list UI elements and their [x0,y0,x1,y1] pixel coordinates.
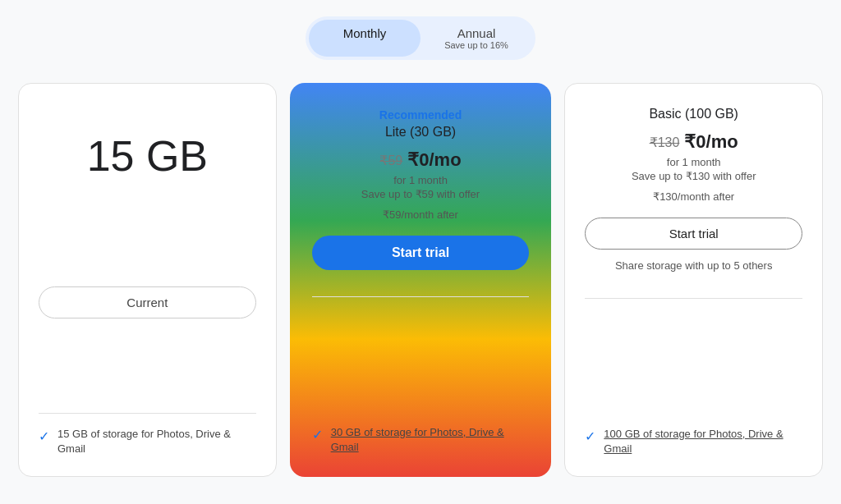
basic-start-trial-button[interactable]: Start trial [585,218,802,250]
basic-feature-link[interactable]: 100 GB of storage for Photos, Drive & Gm… [604,428,783,455]
basic-share-text: Share storage with up to 5 others [585,259,802,272]
lite-original-price: ₹59 [379,153,402,168]
lite-plan-name: Lite (30 GB) [312,125,530,140]
lite-feature-link[interactable]: 30 GB of storage for Photos, Drive & Gma… [331,426,504,453]
lite-plan-card: Recommended Lite (30 GB) ₹59 ₹0/mo for 1… [290,83,552,477]
basic-plan-name: Basic (100 GB) [585,107,802,121]
basic-price-row: ₹130 ₹0/mo [585,131,802,153]
annual-label: Annual [457,26,496,40]
lite-feature-row: ✓ 30 GB of storage for Photos, Drive & G… [312,425,530,455]
basic-feature-row: ✓ 100 GB of storage for Photos, Drive & … [585,427,802,456]
annual-save-text: Save up to 16% [434,40,519,50]
plans-container: 15 GB Current ✓ 15 GB of storage for Pho… [18,83,823,477]
basic-feature-text: 100 GB of storage for Photos, Drive & Gm… [604,427,802,456]
lite-feature-text: 30 GB of storage for Photos, Drive & Gma… [331,425,530,455]
lite-start-trial-button[interactable]: Start trial [312,236,530,270]
lite-price-after: ₹59/month after [312,208,530,221]
free-divider [39,413,256,414]
billing-toggle[interactable]: Monthly Annual Save up to 16% [306,16,535,60]
recommended-label: Recommended [312,108,530,121]
monthly-tab[interactable]: Monthly [309,20,420,57]
free-plan-card: 15 GB Current ✓ 15 GB of storage for Pho… [18,83,277,477]
basic-check-icon: ✓ [585,428,595,444]
free-storage: 15 GB [39,107,256,205]
lite-price-note: for 1 month [312,174,530,186]
lite-price-save: Save up to ₹59 with offer [312,188,530,200]
free-feature-row: ✓ 15 GB of storage for Photos, Drive & G… [39,427,256,456]
basic-current-price: ₹0/mo [684,131,738,153]
basic-original-price: ₹130 [650,135,680,150]
basic-price-after: ₹130/month after [585,190,802,203]
free-feature-text: 15 GB of storage for Photos, Drive & Gma… [57,427,256,456]
basic-price-save: Save up to ₹130 with offer [585,170,802,182]
basic-price-note: for 1 month [585,156,802,168]
lite-current-price: ₹0/mo [407,149,461,171]
current-button[interactable]: Current [39,286,256,318]
lite-divider [312,296,530,297]
annual-tab[interactable]: Annual Save up to 16% [420,20,532,57]
lite-check-icon: ✓ [312,427,323,442]
lite-price-row: ₹59 ₹0/mo [312,149,530,171]
basic-plan-card: Basic (100 GB) ₹130 ₹0/mo for 1 month Sa… [564,83,823,477]
basic-divider [585,298,802,299]
free-check-icon: ✓ [39,428,49,444]
